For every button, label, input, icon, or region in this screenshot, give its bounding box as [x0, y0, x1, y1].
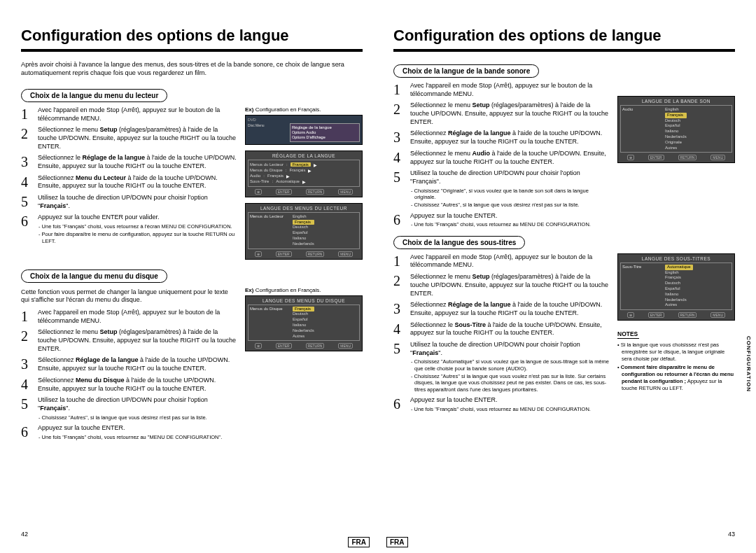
lang-option: English	[665, 270, 693, 276]
lang-option: Italiano	[293, 323, 314, 328]
page-right: Configuration des options de langue Choi…	[378, 0, 756, 553]
lang-option: Nederlands	[665, 298, 693, 303]
step-item: Avec l'appareil en mode Stop (Arrêt), ap…	[393, 253, 610, 270]
example-label: Ex) Configuration en Français.	[245, 106, 363, 113]
step-subnote: Une fois "Français" choisi, vous retourn…	[38, 434, 238, 440]
language-badge: FRA	[348, 537, 370, 547]
page-spread: Configuration des options de langue Aprè…	[0, 0, 756, 553]
section-header: Choix de la langue du menu du lecteur	[21, 89, 167, 102]
step-item: Sélectionnez le Sous-Titre à l'aide de l…	[393, 321, 610, 337]
section-subtitle-lang: Choix de la langue des sous-titres Avec …	[393, 232, 735, 416]
step-item: Avec l'appareil en mode Stop (Arrêt), ap…	[393, 82, 610, 98]
section-disc-menu-lang: Choix de la langue du menu du disque Cet…	[21, 265, 363, 444]
lang-option: Autres	[665, 302, 693, 308]
lang-option: Español	[293, 230, 314, 236]
step-item: Sélectionnez le menu Setup (réglages/par…	[393, 102, 610, 126]
lang-option: Nederlands	[665, 134, 687, 140]
step-item: Sélectionnez le menu Setup (réglages/par…	[21, 126, 238, 150]
steps-list: Avec l'appareil en mode Stop (Arrêt), ap…	[393, 253, 610, 413]
step-item: Sélectionnez Menu du Disque à l'aide de …	[21, 377, 238, 393]
section-header: Choix de la langue des sous-titres	[393, 236, 525, 249]
lang-option: Nederlands	[293, 241, 314, 247]
step-item: Sélectionnez le menu Audio à l'aide de l…	[393, 150, 610, 166]
lang-option: Autres	[665, 146, 687, 151]
step-subnote: Pour faire disparaître le menu de config…	[38, 231, 238, 244]
step-item: Sélectionnez Menu du Lecteur à l'aide de…	[21, 174, 238, 190]
notes-header: NOTES	[617, 330, 639, 339]
page-title-left: Configuration des options de langue	[21, 27, 363, 52]
screenshot-subtitle-lang: LANGUE DES SOUS-TITRES Sous-Titre Automa…	[617, 253, 735, 321]
page-number: 43	[728, 531, 735, 538]
step-subnote: Une fois "Français" choisi, vous retourn…	[38, 223, 238, 230]
section-audio-lang: Choix de la langue de la bande sonore Av…	[393, 60, 735, 232]
lang-option: Español	[665, 286, 693, 292]
note-item: Si la langue que vous choisissez n'est p…	[617, 342, 735, 362]
lang-option: Français	[665, 113, 687, 118]
lang-option: Deutsch	[665, 118, 687, 124]
step-item: Appuyez sur la touche ENTER.Une fois "Fr…	[393, 396, 610, 412]
step-item: Utilisez la touche de direction UP/DOWN …	[21, 396, 238, 421]
screenshot-setup-menu: DVD Disc Menu Réglage de la langue Optio…	[245, 115, 363, 145]
step-subnote: Choisissez "Autres", si la langue que vo…	[38, 414, 238, 421]
step-item: Sélectionnez Réglage de la langue à l'ai…	[393, 130, 610, 146]
page-number: 42	[21, 531, 28, 538]
lang-option: Deutsch	[665, 281, 693, 286]
section-header: Choix de la langue du menu du disque	[21, 270, 167, 283]
lang-option: Français	[665, 275, 693, 281]
lang-option: Autres	[293, 334, 314, 340]
side-tab: CONFIGURATION	[746, 336, 752, 392]
step-subnote: Une fois "Français" choisi, vous retourn…	[410, 406, 610, 412]
screenshot-audio-lang: LANGUE DE LA BANDE SON Audio EnglishFran…	[617, 96, 735, 163]
screenshot-disc-menu-lang: LANGUE DES MENUS DU DISQUE Menus du Disq…	[245, 295, 363, 352]
step-item: Sélectionnez le menu Setup (réglages/par…	[393, 273, 610, 298]
step-item: Avec l'appareil en mode Stop (Arrêt), ap…	[21, 309, 238, 325]
screenshot-player-menu-lang: LANGUE DES MENUS DU LECTEUR Menus du Lec…	[245, 203, 363, 260]
step-item: Utilisez la touche de direction UP/DOWN …	[393, 341, 610, 393]
section-header: Choix de la langue de la bande sonore	[393, 64, 539, 78]
lang-option: Español	[665, 123, 687, 129]
lang-option: Automatique	[665, 265, 693, 270]
lang-option: Español	[293, 317, 314, 323]
language-badge: FRA	[386, 537, 408, 547]
section-intro: Cette fonction vous permet de changer la…	[21, 288, 238, 304]
steps-list: Avec l'appareil en mode Stop (Arrêt), ap…	[393, 82, 610, 228]
lang-option: English	[665, 107, 687, 113]
screenshot-column: LANGUE DES SOUS-TITRES Sous-Titre Automa…	[617, 253, 735, 416]
screenshot-column: LANGUE DE LA BANDE SON Audio EnglishFran…	[617, 82, 735, 232]
step-subnote: Choisissez "Autres", si la langue que vo…	[410, 202, 610, 208]
notes-list: Si la langue que vous choisissez n'est p…	[617, 342, 735, 391]
lang-option: Italiano	[665, 292, 693, 298]
step-item: Appuyez sur la touche ENTER pour valider…	[21, 214, 238, 244]
screenshot-language-settings: RÉGLAGE DE LA LANGUE Menus du Lecteur:Fr…	[245, 150, 363, 197]
step-item: Sélectionnez Réglage de la langue à l'ai…	[21, 356, 238, 372]
screenshot-column: Ex) Configuration en Français. DVD Disc …	[245, 106, 363, 265]
lang-option: Italiano	[665, 129, 687, 134]
lang-option: Deutsch	[293, 225, 314, 230]
step-item: Avec l'appareil en mode Stop (Arrêt), ap…	[21, 106, 238, 122]
lang-option: Français	[293, 220, 314, 225]
example-label: Ex) Configuration en Français.	[245, 287, 363, 293]
lang-option: Français	[293, 307, 314, 312]
step-subnote: Choisissez "Automatique" si vous voulez …	[410, 358, 610, 372]
step-item: Appuyez sur la touche ENTER.Une fois "Fr…	[21, 424, 238, 440]
steps-list: Avec l'appareil en mode Stop (Arrêt), ap…	[21, 309, 238, 440]
step-item: Utilisez la touche de direction UP/DOWN …	[21, 194, 238, 210]
step-item: Sélectionnez le menu Setup (réglages/par…	[21, 328, 238, 353]
step-subnote: Choisissez "Autres" si la langue que vou…	[410, 373, 610, 393]
screenshot-column: Ex) Configuration en Français. LANGUE DE…	[245, 287, 363, 444]
step-subnote: Choisissez "Originale", si vous voulez q…	[410, 188, 610, 201]
step-subnote: Une fois "Français" choisi, vous retourn…	[410, 221, 610, 227]
section-player-menu-lang: Choix de la langue du menu du lecteur Av…	[21, 85, 363, 265]
lang-option: Originale	[665, 140, 687, 146]
lang-option: Italiano	[293, 236, 314, 241]
step-item: Appuyez sur la touche ENTER.Une fois "Fr…	[393, 212, 610, 228]
step-item: Sélectionnez le Réglage de la langue à l…	[21, 154, 238, 170]
steps-list: Avec l'appareil en mode Stop (Arrêt), ap…	[21, 106, 238, 244]
lang-option: Deutsch	[293, 312, 314, 317]
note-item: Comment faire disparaître le menu de con…	[617, 364, 735, 391]
page-left: Configuration des options de langue Aprè…	[0, 0, 378, 553]
lang-option: Nederlands	[293, 328, 314, 334]
step-item: Utilisez la touche de direction UP/DOWN …	[393, 169, 610, 209]
lang-option: English	[293, 214, 314, 220]
page-title-right: Configuration des options de langue	[393, 27, 735, 52]
